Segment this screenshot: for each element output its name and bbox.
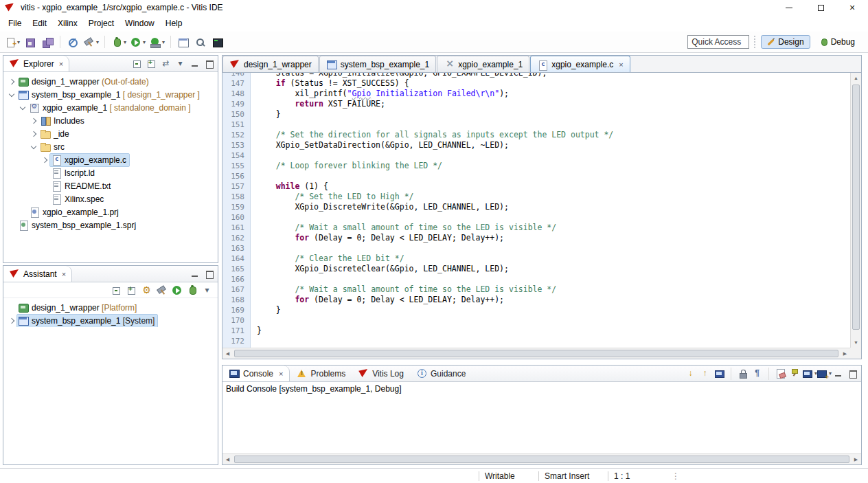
editor-horizontal-scrollbar[interactable]: ◀ ▶ bbox=[222, 348, 850, 359]
line-number[interactable]: 172 bbox=[222, 336, 251, 346]
tree-item[interactable]: README.txt bbox=[3, 179, 218, 192]
line-number[interactable]: 171 bbox=[222, 326, 251, 336]
line-number[interactable]: 164 bbox=[222, 254, 251, 264]
expand-arrow-icon[interactable] bbox=[28, 128, 39, 139]
line-number[interactable]: 170 bbox=[222, 315, 251, 326]
menu-file[interactable]: File bbox=[3, 16, 27, 31]
line-number[interactable]: 151 bbox=[222, 120, 251, 130]
line-number[interactable]: 157 bbox=[222, 181, 251, 192]
maximize-button[interactable] bbox=[203, 267, 216, 280]
line-number[interactable]: 153 bbox=[222, 140, 251, 150]
save-button[interactable] bbox=[22, 34, 38, 50]
line-number[interactable]: 147 bbox=[222, 78, 251, 89]
dropdown-arrow-icon[interactable]: ▾ bbox=[162, 39, 165, 45]
assistant-tab[interactable]: Assistant × bbox=[3, 266, 72, 282]
tree-item[interactable]: xgpio_example_1 [ standalone_domain ] bbox=[3, 101, 218, 114]
line-number[interactable]: 154 bbox=[222, 150, 251, 161]
settings-button[interactable]: ⚙ bbox=[140, 284, 153, 297]
line-number[interactable]: 169 bbox=[222, 305, 251, 315]
external-tools-button[interactable]: ▾ bbox=[148, 34, 166, 50]
maximize-button[interactable] bbox=[203, 57, 216, 70]
console-horizontal-scrollbar[interactable]: ◀ ▶ bbox=[222, 453, 861, 464]
console-tab[interactable]: Vitis Log bbox=[352, 366, 410, 381]
close-view-icon[interactable]: × bbox=[62, 270, 66, 278]
close-view-icon[interactable]: × bbox=[59, 60, 63, 68]
line-number[interactable]: 155 bbox=[222, 161, 251, 171]
minimize-window-button[interactable] bbox=[773, 0, 805, 15]
line-number[interactable]: 163 bbox=[222, 243, 251, 254]
minimize-button[interactable] bbox=[832, 367, 845, 380]
minimize-button[interactable] bbox=[188, 57, 201, 70]
tree-item[interactable]: xgpio_example_1.prj bbox=[3, 205, 218, 218]
tree-item[interactable]: design_1_wrapper [Platform] bbox=[3, 301, 218, 314]
open-console-button[interactable]: ▾ bbox=[817, 367, 830, 380]
explorer-tab[interactable]: Explorer × bbox=[3, 56, 69, 71]
console-tab[interactable]: Problems bbox=[290, 366, 352, 381]
build-button[interactable] bbox=[155, 284, 168, 297]
line-number[interactable]: 162 bbox=[222, 233, 251, 243]
line-number[interactable]: 165 bbox=[222, 264, 251, 274]
perspective-debug-button[interactable]: Debug bbox=[815, 35, 861, 49]
quick-access-input[interactable] bbox=[687, 35, 749, 49]
dropdown-arrow-icon[interactable]: ▾ bbox=[96, 39, 99, 45]
debug-button[interactable] bbox=[185, 284, 198, 297]
line-number[interactable]: 150 bbox=[222, 109, 251, 120]
expand-arrow-icon[interactable] bbox=[6, 315, 17, 326]
collapse-all-button[interactable] bbox=[110, 284, 123, 297]
code-editor[interactable]: 146 Status = XGpio_Initialize(&Gpio, GPI… bbox=[222, 73, 850, 348]
horizontal-scrollbar-thumb[interactable] bbox=[234, 350, 838, 357]
editor-tab[interactable]: design_1_wrapper bbox=[222, 56, 319, 72]
tree-item[interactable]: Includes bbox=[3, 114, 218, 127]
dropdown-arrow-icon[interactable]: ▾ bbox=[143, 39, 146, 45]
perspective-design-button[interactable]: Design bbox=[761, 35, 810, 49]
expand-all-button[interactable] bbox=[125, 284, 138, 297]
tree-item[interactable]: xgpio_example.c bbox=[3, 153, 218, 166]
line-number[interactable]: 148 bbox=[222, 89, 251, 99]
line-number[interactable]: 168 bbox=[222, 295, 251, 305]
maximize-button[interactable] bbox=[846, 367, 859, 380]
view-menu-button[interactable]: ▾ bbox=[174, 57, 187, 70]
link-with-editor-button[interactable]: ⇄ bbox=[159, 57, 172, 70]
display-console-button[interactable]: ▾ bbox=[803, 367, 816, 380]
close-tab-icon[interactable]: × bbox=[279, 370, 283, 378]
scroll-lock-button[interactable] bbox=[736, 367, 749, 380]
build-button[interactable]: ▾ bbox=[82, 34, 100, 50]
menu-help[interactable]: Help bbox=[160, 16, 188, 31]
minimize-button[interactable] bbox=[188, 267, 201, 280]
scroll-left-arrow-icon[interactable]: ◀ bbox=[222, 348, 233, 359]
editor-tab[interactable]: xgpio_example.c× bbox=[530, 56, 630, 73]
menu-window[interactable]: Window bbox=[119, 16, 160, 31]
clear-console-button[interactable] bbox=[774, 367, 787, 380]
line-number[interactable]: 152 bbox=[222, 130, 251, 140]
scroll-down-button[interactable]: ↓ bbox=[684, 367, 697, 380]
line-number[interactable]: 156 bbox=[222, 171, 251, 181]
tree-item[interactable]: system_bsp_example_1.sprj bbox=[3, 218, 218, 232]
line-number[interactable]: 146 bbox=[222, 73, 251, 78]
line-number[interactable]: 149 bbox=[222, 99, 251, 109]
expand-arrow-icon[interactable] bbox=[28, 115, 39, 126]
console-tab[interactable]: Console× bbox=[222, 366, 290, 381]
close-tab-icon[interactable]: × bbox=[619, 60, 623, 69]
line-number[interactable]: 158 bbox=[222, 192, 251, 202]
terminal-button[interactable] bbox=[209, 34, 226, 50]
show-on-output-button[interactable] bbox=[713, 367, 726, 380]
tree-item[interactable]: system_bsp_example_1 [ design_1_wrapper … bbox=[3, 88, 218, 101]
collapse-arrow-icon[interactable] bbox=[6, 89, 17, 100]
tree-item[interactable]: system_bsp_example_1 [System] bbox=[3, 314, 218, 327]
editor-tab[interactable]: xgpio_example_1 bbox=[437, 56, 529, 72]
word-wrap-button[interactable]: ¶ bbox=[751, 367, 764, 380]
line-number[interactable]: 161 bbox=[222, 223, 251, 233]
vertical-scrollbar-thumb[interactable] bbox=[852, 85, 860, 330]
save-all-button[interactable] bbox=[39, 34, 56, 50]
console-tab[interactable]: Guidance bbox=[410, 366, 472, 381]
console-output[interactable]: Build Console [system_bsp_example_1, Deb… bbox=[222, 382, 861, 453]
open-window-button[interactable] bbox=[175, 34, 192, 50]
dropdown-arrow-icon[interactable]: ▾ bbox=[17, 39, 20, 45]
line-number[interactable]: 159 bbox=[222, 202, 251, 212]
editor-vertical-scrollbar[interactable]: ▲ ▼ bbox=[850, 73, 861, 348]
scroll-right-arrow-icon[interactable]: ▶ bbox=[851, 454, 861, 464]
tree-item[interactable]: design_1_wrapper (Out-of-date) bbox=[3, 75, 218, 88]
collapse-all-button[interactable] bbox=[130, 57, 144, 70]
menu-xilinx[interactable]: Xilinx bbox=[52, 16, 83, 31]
tree-item[interactable]: lscript.ld bbox=[3, 166, 218, 179]
